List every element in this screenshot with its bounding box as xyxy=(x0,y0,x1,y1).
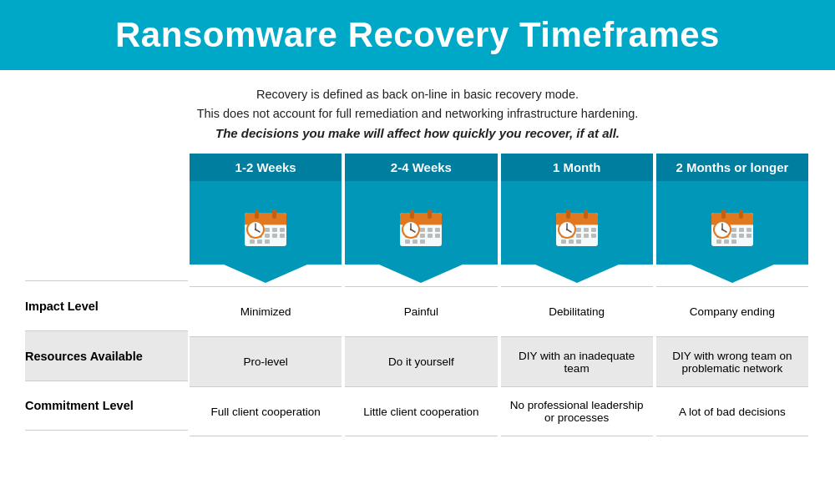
col-title-3: 2 Months or longer xyxy=(656,154,808,181)
data-row-2: Full client cooperationLittle client coo… xyxy=(188,386,810,436)
svg-rect-61 xyxy=(576,234,581,238)
cell-r1-c1: Do it yourself xyxy=(345,336,497,386)
column-headers: 1-2 Weeks 2-4 Weeks xyxy=(188,154,810,265)
svg-point-71 xyxy=(565,229,567,230)
svg-rect-4 xyxy=(255,209,259,219)
chevron-2 xyxy=(501,181,653,265)
column-header-3: 2 Months or longer xyxy=(656,154,808,265)
page-header: Ransomware Recovery Timeframes xyxy=(0,0,835,70)
svg-rect-18 xyxy=(265,239,270,244)
main-table: Impact LevelResources AvailableCommitmen… xyxy=(0,154,835,453)
col-title-2: 1 Month xyxy=(501,154,653,181)
cell-r1-c2: DIY with an inadequate team xyxy=(501,336,653,386)
svg-rect-63 xyxy=(591,234,596,238)
svg-rect-5 xyxy=(272,209,276,219)
data-rows: MinimizedPainfulDebilitatingCompany endi… xyxy=(188,286,810,436)
svg-rect-88 xyxy=(716,239,721,244)
svg-rect-42 xyxy=(420,239,425,244)
column-header-2: 1 Month xyxy=(501,154,653,265)
svg-point-47 xyxy=(410,229,412,230)
svg-rect-90 xyxy=(731,239,736,244)
svg-rect-17 xyxy=(257,239,262,244)
cell-r0-c3: Company ending xyxy=(656,286,808,336)
cell-r1-c3: DIY with wrong team on problematic netwo… xyxy=(656,336,808,386)
cell-r2-c1: Little client cooperation xyxy=(345,386,497,436)
svg-rect-77 xyxy=(739,209,743,219)
col-title-0: 1-2 Weeks xyxy=(190,154,342,181)
row-label-0: Impact Level xyxy=(25,280,188,330)
cell-r0-c1: Painful xyxy=(345,286,497,336)
svg-rect-64 xyxy=(561,239,566,244)
svg-rect-57 xyxy=(584,228,589,232)
subtitle-line1: Recovery is defined as back on-line in b… xyxy=(50,85,785,104)
subtitle-line2: This does not account for full remediati… xyxy=(50,104,785,123)
svg-rect-82 xyxy=(746,228,752,232)
svg-rect-53 xyxy=(584,209,588,219)
svg-rect-32 xyxy=(420,228,425,232)
svg-rect-80 xyxy=(731,228,736,232)
svg-rect-13 xyxy=(265,234,270,238)
chevron-0 xyxy=(190,181,342,265)
svg-rect-86 xyxy=(739,234,744,238)
svg-rect-85 xyxy=(731,234,736,238)
svg-rect-39 xyxy=(435,234,440,238)
cell-r2-c2: No professional leadership or processes xyxy=(501,386,653,436)
svg-rect-66 xyxy=(576,239,581,244)
svg-rect-65 xyxy=(569,239,574,244)
calendar-icon xyxy=(709,206,756,249)
svg-rect-16 xyxy=(250,239,255,244)
svg-rect-87 xyxy=(746,234,752,238)
svg-rect-15 xyxy=(280,234,285,238)
svg-rect-89 xyxy=(724,239,729,244)
label-spacer xyxy=(25,154,188,280)
svg-rect-40 xyxy=(405,239,410,244)
row-labels-column: Impact LevelResources AvailableCommitmen… xyxy=(25,154,188,436)
svg-rect-37 xyxy=(420,234,425,238)
svg-rect-14 xyxy=(272,234,277,238)
svg-rect-33 xyxy=(428,228,433,232)
col-title-1: 2-4 Weeks xyxy=(345,154,497,181)
svg-rect-52 xyxy=(566,209,570,219)
calendar-icon xyxy=(397,206,444,249)
svg-rect-76 xyxy=(721,209,726,219)
svg-rect-34 xyxy=(435,228,440,232)
svg-point-95 xyxy=(721,229,723,230)
page-title: Ransomware Recovery Timeframes xyxy=(17,15,818,55)
subtitle-line3: The decisions you make will affect how q… xyxy=(50,123,785,144)
svg-rect-56 xyxy=(576,228,581,232)
svg-rect-58 xyxy=(591,228,596,232)
svg-rect-41 xyxy=(412,239,418,244)
svg-rect-81 xyxy=(739,228,744,232)
svg-point-23 xyxy=(255,229,256,230)
row-label-1: Resources Available xyxy=(25,330,188,381)
cell-r2-c3: A lot of bad decisions xyxy=(656,386,808,436)
cell-r1-c0: Pro-level xyxy=(190,336,342,386)
column-header-1: 2-4 Weeks xyxy=(345,154,497,265)
row-label-2: Commitment Level xyxy=(25,381,188,431)
chevron-1 xyxy=(345,181,497,265)
cell-r0-c2: Debilitating xyxy=(501,286,653,336)
svg-rect-29 xyxy=(428,209,432,219)
svg-rect-10 xyxy=(280,228,285,232)
columns-area: 1-2 Weeks 2-4 Weeks xyxy=(188,154,810,436)
svg-rect-9 xyxy=(272,228,277,232)
calendar-icon xyxy=(554,206,600,249)
cell-r0-c0: Minimized xyxy=(190,286,342,336)
calendar-icon xyxy=(242,206,289,249)
svg-rect-28 xyxy=(410,209,414,219)
svg-rect-38 xyxy=(428,234,433,238)
svg-rect-62 xyxy=(584,234,589,238)
data-row-1: Pro-levelDo it yourselfDIY with an inade… xyxy=(188,336,810,386)
cell-r2-c0: Full client cooperation xyxy=(190,386,342,436)
subtitle-section: Recovery is defined as back on-line in b… xyxy=(0,70,835,154)
data-row-0: MinimizedPainfulDebilitatingCompany endi… xyxy=(188,286,810,336)
column-header-0: 1-2 Weeks xyxy=(190,154,342,265)
svg-rect-8 xyxy=(265,228,270,232)
chevron-3 xyxy=(656,181,808,265)
